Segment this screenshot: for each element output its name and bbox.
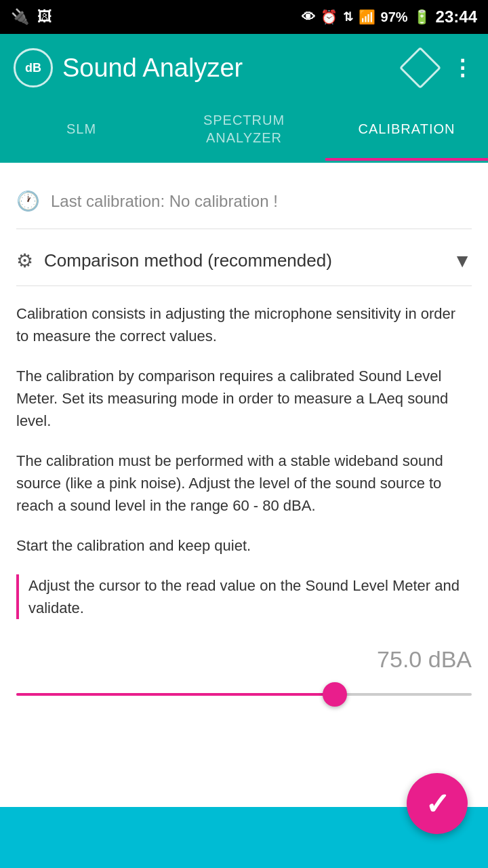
battery-percentage: 97% [381, 9, 408, 25]
method-selector-row[interactable]: ⚙ Comparison method (recommended) ▼ [16, 243, 472, 286]
eye-icon: 👁 [302, 9, 315, 25]
desc-para-1: Calibration consists in adjusting the mi… [16, 302, 472, 347]
signal-icon: 📶 [359, 9, 375, 25]
tab-spectrum-analyzer[interactable]: SPECTRUMANALYZER [163, 102, 325, 161]
image-icon: 🖼 [37, 8, 52, 26]
status-icons-right: 👁 ⏰ ⇅ 📶 97% 🔋 23:44 [302, 7, 477, 26]
desc-para-4: Start the calibration and keep quiet. [16, 534, 472, 557]
slider-value-display: 75.0 dBA [16, 646, 472, 673]
highlighted-para: Adjust the cursor to the read value on t… [16, 574, 472, 619]
app-title: Sound Analyzer [62, 54, 243, 83]
tab-bar: SLM SPECTRUMANALYZER CALIBRATION [0, 102, 488, 163]
alarm-icon: ⏰ [321, 9, 338, 25]
status-bar: 🔌 🖼 👁 ⏰ ⇅ 📶 97% 🔋 23:44 [0, 0, 488, 34]
logo-text: dB [25, 61, 41, 75]
tab-slm[interactable]: SLM [0, 102, 163, 161]
checkmark-icon: ✓ [425, 787, 450, 821]
tab-calibration[interactable]: CALIBRATION [325, 102, 488, 161]
desc-para-2: The calibration by comparison requires a… [16, 365, 472, 432]
content-area: 🕐 Last calibration: No calibration ! ⚙ C… [0, 163, 488, 830]
battery-icon: 🔋 [413, 9, 430, 25]
network-icon: ⇅ [343, 9, 353, 24]
app-logo: dB [14, 48, 53, 87]
clock-icon: 🕐 [16, 190, 40, 212]
desc-para-3: The calibration must be performed with a… [16, 450, 472, 517]
app-bar-left: dB Sound Analyzer [14, 48, 243, 87]
validate-fab-button[interactable]: ✓ [407, 773, 468, 834]
last-calibration-text: Last calibration: No calibration ! [51, 192, 278, 211]
clock: 23:44 [436, 7, 477, 26]
dropdown-arrow-icon[interactable]: ▼ [453, 250, 472, 272]
calibration-slider[interactable] [16, 681, 472, 708]
app-bar-right: ⋮ [405, 53, 474, 83]
method-label: Comparison method (recommended) [44, 250, 442, 271]
app-bar: dB Sound Analyzer ⋮ [0, 34, 488, 102]
usb-icon: 🔌 [11, 8, 29, 26]
last-calibration-row: 🕐 Last calibration: No calibration ! [16, 179, 472, 229]
description-block: Calibration consists in adjusting the mi… [16, 302, 472, 619]
status-icons-left: 🔌 🖼 [11, 8, 52, 26]
sliders-icon: ⚙ [16, 250, 33, 272]
rotate-screen-icon[interactable] [399, 47, 441, 89]
more-options-icon[interactable]: ⋮ [451, 55, 474, 81]
